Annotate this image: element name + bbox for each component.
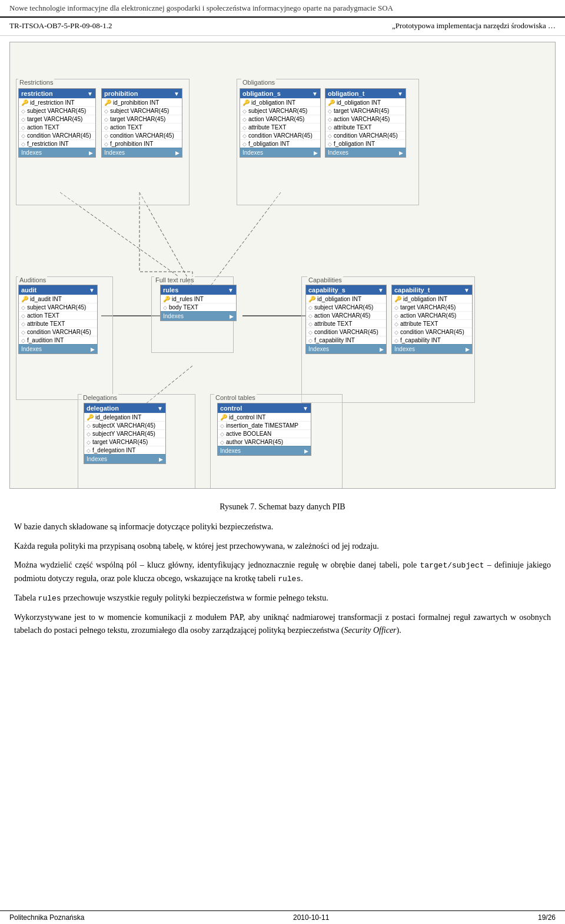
indexes-audit[interactable]: Indexes ▶ <box>19 344 97 353</box>
table-header-restriction[interactable]: restriction ▼ <box>19 89 95 98</box>
field-obt-6: ◇f_obligation INT <box>325 139 406 148</box>
table-header-capability-s[interactable]: capability_s ▼ <box>306 285 386 295</box>
table-expand-capability-t[interactable]: ▼ <box>464 287 470 293</box>
table-expand-obligation-s[interactable]: ▼ <box>312 91 318 97</box>
indexes-arrow-prohibition: ▶ <box>175 150 180 156</box>
group-label-auditions: Auditions <box>18 276 47 283</box>
group-label-obligations: Obligations <box>241 79 276 86</box>
field-obt-3: ◇action VARCHAR(45) <box>325 115 406 123</box>
indexes-capability-t[interactable]: Indexes ▶ <box>392 344 472 353</box>
group-label-control: Control tables <box>214 394 257 401</box>
indexes-label-obt: Indexes <box>328 149 348 156</box>
field-ctrl-2: ◇insertion_date TIMESTAMP <box>218 421 311 429</box>
indexes-capability-s[interactable]: Indexes ▶ <box>306 344 386 353</box>
indexes-rules[interactable]: Indexes ▶ <box>161 311 236 321</box>
table-name-rules: rules <box>163 286 228 293</box>
field-restriction-2: ◇subject VARCHAR(45) <box>19 106 95 115</box>
doc-title: „Prototypowa implementacja narzędzi środ… <box>392 21 556 31</box>
table-header-obligation-s[interactable]: obligation_s ▼ <box>240 89 320 98</box>
field-caps-6: ◇f_capability INT <box>306 336 386 344</box>
field-obs-1: 🔑id_obligation INT <box>240 98 320 106</box>
field-del-2: ◇subjectX VARCHAR(45) <box>84 421 165 429</box>
indexes-obligation-s[interactable]: Indexes ▶ <box>240 148 320 157</box>
field-caps-2: ◇subject VARCHAR(45) <box>306 303 386 311</box>
indexes-arrow-del: ▶ <box>159 456 163 462</box>
table-name-capability-s: capability_s <box>308 286 378 293</box>
table-header-control[interactable]: control ▼ <box>218 403 311 413</box>
paragraph-5: Wykorzystywane jest to w momencie komuni… <box>14 611 551 638</box>
footer-right: 19/26 <box>538 913 556 922</box>
table-expand-delegation[interactable]: ▼ <box>157 405 163 412</box>
table-expand-prohibition[interactable]: ▼ <box>174 91 180 97</box>
indexes-label-audit: Indexes <box>21 346 42 352</box>
figure-caption: Rysunek 7. Schemat bazy danych PIB <box>14 501 551 513</box>
paragraph-2: Każda reguła polityki ma przypisaną osob… <box>14 540 551 553</box>
indexes-label-capt: Indexes <box>394 346 415 352</box>
database-diagram: Restrictions Obligations Auditions Full … <box>9 42 556 489</box>
table-expand-obligation-t[interactable]: ▼ <box>397 91 403 97</box>
table-delegation: delegation ▼ 🔑id_delegation INT ◇subject… <box>84 403 166 464</box>
table-control: control ▼ 🔑id_control INT ◇insertion_dat… <box>217 403 311 456</box>
table-capability-s: capability_s ▼ 🔑id_obligation INT ◇subje… <box>305 285 387 354</box>
table-name-control: control <box>220 405 303 412</box>
table-expand-control[interactable]: ▼ <box>303 405 308 412</box>
table-header-audit[interactable]: audit ▼ <box>19 285 97 295</box>
indexes-label-restriction: Indexes <box>21 149 42 156</box>
field-audit-4: ◇attribute TEXT <box>19 319 97 328</box>
table-obligation-s: obligation_s ▼ 🔑id_obligation INT ◇subje… <box>240 88 321 158</box>
indexes-arrow-obs: ▶ <box>314 150 318 156</box>
indexes-label-obs: Indexes <box>242 149 263 156</box>
field-capt-1: 🔑id_obligation INT <box>392 295 472 303</box>
field-caps-3: ◇action VARCHAR(45) <box>306 311 386 319</box>
field-restriction-4: ◇action TEXT <box>19 123 95 131</box>
indexes-delegation[interactable]: Indexes ▶ <box>84 454 165 463</box>
table-header-delegation[interactable]: delegation ▼ <box>84 403 165 413</box>
field-prohibition-3: ◇target VARCHAR(45) <box>102 115 182 123</box>
code-rules-1: rules <box>278 575 301 583</box>
footer-center: 2010-10-11 <box>293 913 329 922</box>
field-ctrl-3: ◇active BOOLEAN <box>218 429 311 438</box>
indexes-label-caps: Indexes <box>308 346 329 352</box>
field-restriction-6: ◇f_restriction INT <box>19 139 95 148</box>
indexes-restriction[interactable]: Indexes ▶ <box>19 148 95 157</box>
field-obt-4: ◇attribute TEXT <box>325 123 406 131</box>
table-header-obligation-t[interactable]: obligation_t ▼ <box>325 89 406 98</box>
table-rules: rules ▼ 🔑id_rules INT ◇body TEXT Indexes… <box>160 285 237 321</box>
indexes-control[interactable]: Indexes ▶ <box>218 446 311 455</box>
table-expand-capability-s[interactable]: ▼ <box>378 287 384 293</box>
table-header-capability-t[interactable]: capability_t ▼ <box>392 285 472 295</box>
svg-line-2 <box>210 192 281 286</box>
field-del-3: ◇subjectY VARCHAR(45) <box>84 429 165 438</box>
table-obligation-t: obligation_t ▼ 🔑id_obligation INT ◇targe… <box>325 88 406 158</box>
field-obs-6: ◇f_obligation INT <box>240 139 320 148</box>
content-section: Rysunek 7. Schemat bazy danych PIB W baz… <box>0 495 565 649</box>
table-capability-t: capability_t ▼ 🔑id_obligation INT ◇targe… <box>391 285 473 354</box>
field-prohibition-1: 🔑id_prohibition INT <box>102 98 182 106</box>
indexes-prohibition[interactable]: Indexes ▶ <box>102 148 182 157</box>
field-obt-2: ◇target VARCHAR(45) <box>325 106 406 115</box>
field-audit-6: ◇f_audition INT <box>19 336 97 344</box>
field-caps-5: ◇condition VARCHAR(45) <box>306 328 386 336</box>
table-header-rules[interactable]: rules ▼ <box>161 285 236 295</box>
table-header-prohibition[interactable]: prohibition ▼ <box>102 89 182 98</box>
table-restriction: restriction ▼ 🔑id_restriction INT ◇subje… <box>18 88 96 158</box>
field-restriction-1: 🔑id_restriction INT <box>19 98 95 106</box>
table-expand-audit[interactable]: ▼ <box>89 287 95 293</box>
indexes-arrow-audit: ▶ <box>91 346 95 352</box>
page-footer: Politechnika Poznańska 2010-10-11 19/26 <box>0 910 565 924</box>
field-audit-5: ◇condition VARCHAR(45) <box>19 328 97 336</box>
field-audit-3: ◇action TEXT <box>19 311 97 319</box>
indexes-arrow-restriction: ▶ <box>89 150 93 156</box>
paragraph-4: Tabela rules przechowuje wszystkie reguł… <box>14 592 551 605</box>
indexes-obligation-t[interactable]: Indexes ▶ <box>325 148 406 157</box>
field-obs-3: ◇action VARCHAR(45) <box>240 115 320 123</box>
field-capt-4: ◇attribute TEXT <box>392 319 472 328</box>
field-prohibition-6: ◇f_prohibition INT <box>102 139 182 148</box>
group-label-delegations: Delegations <box>82 394 118 401</box>
indexes-arrow-ctrl: ▶ <box>304 448 308 454</box>
header-title: Nowe technologie informacyjne dla elektr… <box>9 4 393 12</box>
field-restriction-5: ◇condition VARCHAR(45) <box>19 131 95 139</box>
table-expand-restriction[interactable]: ▼ <box>87 91 93 97</box>
field-prohibition-2: ◇subject VARCHAR(45) <box>102 106 182 115</box>
table-expand-rules[interactable]: ▼ <box>228 287 234 293</box>
